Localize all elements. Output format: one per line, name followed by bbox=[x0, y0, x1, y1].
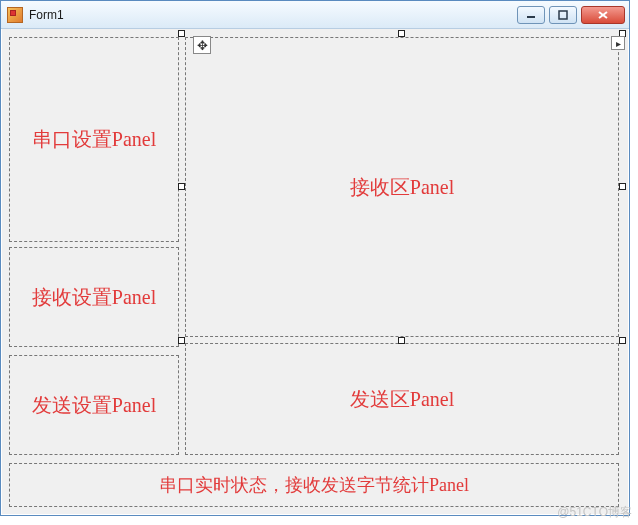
recv-settings-panel[interactable]: 接收设置Panel bbox=[9, 247, 179, 347]
serial-settings-panel[interactable]: 串口设置Panel bbox=[9, 37, 179, 242]
panel-label: 发送区Panel bbox=[350, 386, 454, 413]
panel-label: 串口设置Panel bbox=[32, 126, 156, 153]
send-settings-panel[interactable]: 发送设置Panel bbox=[9, 355, 179, 455]
resize-handle-e[interactable] bbox=[619, 183, 626, 190]
svg-rect-1 bbox=[559, 11, 567, 19]
resize-handle-sw[interactable] bbox=[178, 337, 185, 344]
resize-handle-ne[interactable] bbox=[619, 30, 626, 37]
panel-label: 串口实时状态，接收发送字节统计Panel bbox=[159, 473, 469, 497]
panel-label: 接收设置Panel bbox=[32, 284, 156, 311]
maximize-button[interactable] bbox=[549, 6, 577, 24]
panel-label: 发送设置Panel bbox=[32, 392, 156, 419]
resize-handle-n[interactable] bbox=[398, 30, 405, 37]
close-icon bbox=[597, 10, 609, 20]
window-frame: Form1 串口设置Panel 接收设置Panel 发送设置Panel 接收区P… bbox=[0, 0, 630, 516]
watermark-text: @51CTO博客 bbox=[557, 504, 632, 521]
send-area-panel[interactable]: 发送区Panel bbox=[185, 343, 619, 455]
panel-label: 接收区Panel bbox=[350, 174, 454, 201]
minimize-button[interactable] bbox=[517, 6, 545, 24]
resize-handle-se[interactable] bbox=[619, 337, 626, 344]
window-controls bbox=[517, 6, 625, 24]
status-bar-panel[interactable]: 串口实时状态，接收发送字节统计Panel bbox=[9, 463, 619, 507]
window-title: Form1 bbox=[29, 8, 517, 22]
close-button[interactable] bbox=[581, 6, 625, 24]
resize-handle-nw[interactable] bbox=[178, 30, 185, 37]
recv-area-panel[interactable]: 接收区Panel bbox=[185, 37, 619, 337]
minimize-icon bbox=[526, 10, 536, 20]
client-area: 串口设置Panel 接收设置Panel 发送设置Panel 接收区Panel 发… bbox=[7, 35, 623, 509]
title-bar[interactable]: Form1 bbox=[1, 1, 629, 29]
resize-handle-w[interactable] bbox=[178, 183, 185, 190]
maximize-icon bbox=[558, 10, 568, 20]
app-icon bbox=[7, 7, 23, 23]
